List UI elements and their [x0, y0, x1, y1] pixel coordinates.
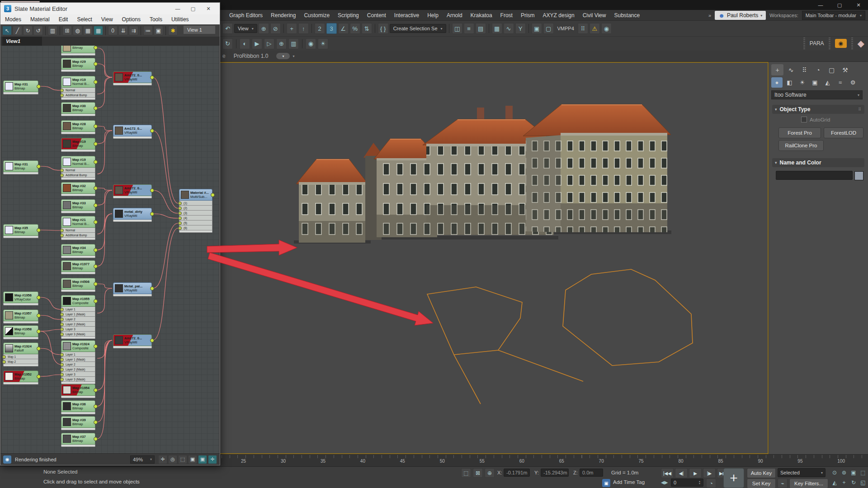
menu-item[interactable]: Prism — [517, 12, 539, 19]
slate-menu-item[interactable]: Material — [26, 16, 54, 23]
rotate-ccw-icon[interactable]: ↺▾ — [33, 26, 43, 35]
output-socket[interactable] — [94, 388, 98, 392]
input-socket[interactable] — [60, 378, 64, 381]
y-coordinate-field[interactable]: -15.2943m — [541, 469, 569, 477]
utilities-tab[interactable]: ⚒▾ — [839, 64, 851, 75]
input-socket[interactable] — [60, 313, 64, 316]
show-grid-icon[interactable]: ▦▾ — [83, 26, 93, 35]
perspective-viewport[interactable] — [219, 62, 769, 454]
material-node[interactable]: Map #35 Bitmap — [3, 224, 38, 238]
cube-icon[interactable]: ◆ — [858, 38, 864, 49]
output-socket[interactable] — [94, 203, 98, 207]
zoom-extents-icon[interactable]: ▣ — [849, 468, 858, 477]
material-node[interactable]: Map #30 Bitmap — [61, 102, 95, 116]
user-account-menu[interactable]: ☻ Paul Roberts ▾ — [715, 11, 766, 20]
input-socket[interactable] — [60, 174, 64, 177]
name-and-color-rollout[interactable]: ▾ Name and Color — [772, 158, 864, 167]
camera-sequencer-icon[interactable]: ⊕▾ — [276, 38, 287, 49]
node-slot[interactable]: Layer 2 — [61, 317, 95, 322]
select-and-link-icon[interactable]: ⊕▾ — [259, 23, 269, 34]
slate-close-button[interactable]: ✕ — [201, 4, 216, 14]
set-keys-button[interactable]: + — [723, 468, 744, 488]
pan-mode-icon[interactable]: ✛▾ — [208, 455, 217, 464]
input-socket[interactable] — [2, 355, 6, 359]
building-right[interactable] — [523, 104, 671, 232]
render-production-icon[interactable]: ◉▾ — [601, 23, 612, 34]
input-socket[interactable] — [60, 308, 64, 311]
slate-menu-item[interactable]: View — [97, 16, 118, 23]
material-node[interactable]: Bitmap — [61, 46, 95, 56]
slate-maximize-button[interactable]: ▢ — [185, 4, 201, 14]
z-coordinate-field[interactable]: 0.0m — [580, 469, 603, 477]
pick-material-icon[interactable]: ╱▾ — [13, 26, 22, 35]
align-icon[interactable]: ≡▾ — [464, 23, 474, 34]
input-socket[interactable] — [60, 333, 64, 336]
material-node[interactable]: Map #21 Normal B... Normal — [61, 216, 95, 240]
material-node[interactable]: Map #1977 Bitmap — [61, 260, 95, 274]
output-socket[interactable] — [94, 106, 98, 110]
render-elements-icon[interactable]: ▥▾ — [288, 38, 299, 49]
material-node[interactable]: Metal_pai... VRayMtl — [113, 282, 152, 296]
input-socket[interactable] — [178, 226, 182, 230]
output-socket[interactable] — [150, 338, 154, 343]
input-socket[interactable] — [60, 89, 64, 92]
node-slot[interactable]: Normal — [61, 88, 95, 93]
output-socket[interactable] — [150, 212, 154, 216]
render-map-icon[interactable]: ✱▾ — [168, 26, 178, 35]
layout-all-icon[interactable]: ⇊▾ — [118, 26, 128, 35]
maximize-viewport-icon[interactable]: ◱ — [859, 478, 868, 487]
select-move-icon[interactable]: +▾ — [287, 23, 297, 34]
input-socket[interactable] — [60, 318, 64, 321]
output-socket[interactable] — [37, 347, 41, 351]
output-socket[interactable] — [94, 142, 98, 146]
input-socket[interactable] — [60, 328, 64, 331]
material-node[interactable]: Map #19 Normal B... Normal — [61, 156, 95, 180]
object-color-swatch[interactable] — [854, 171, 863, 180]
menu-item[interactable]: Arnold — [443, 12, 467, 19]
ribbon-toggle-icon[interactable]: ▦▾ — [492, 23, 502, 34]
cameras-category[interactable]: ▣▾ — [809, 77, 821, 88]
key-filters-button[interactable]: Key Filters... — [789, 479, 828, 488]
node-slot[interactable]: Layer 1 (Mask) — [61, 357, 95, 362]
light-lister-icon[interactable]: ☀▾ — [318, 38, 328, 49]
geometry-category[interactable]: ●▾ — [771, 77, 783, 88]
building-small[interactable] — [296, 159, 368, 243]
menu-item[interactable]: Help — [423, 12, 443, 19]
output-socket[interactable] — [94, 160, 98, 164]
input-socket[interactable] — [60, 353, 64, 357]
zero-maps-icon[interactable]: 0▾ — [108, 26, 118, 35]
material-node[interactable]: Map #31 Bitmap — [3, 160, 38, 174]
play-icon[interactable]: ▶ — [689, 468, 702, 478]
output-socket[interactable] — [94, 220, 98, 224]
move-children-icon[interactable]: ⊞▾ — [62, 26, 72, 35]
menu-item[interactable]: Frost — [496, 12, 517, 19]
material-node[interactable]: Map #39 Bitmap — [61, 416, 95, 430]
teapot-render-icon[interactable]: ◉▾ — [306, 38, 316, 49]
schematic-view-icon[interactable]: Y▾ — [515, 23, 526, 34]
unlink-icon[interactable]: ⊘▾ — [270, 23, 281, 34]
zoom-region-icon[interactable]: ⬚ — [859, 468, 868, 477]
material-node[interactable]: Map #19 Normal B... Normal — [61, 76, 95, 100]
curve-editor-icon[interactable]: ∿▾ — [504, 23, 514, 34]
fov-icon[interactable]: ◭ — [830, 478, 839, 487]
atmosphere-icon[interactable]: ⠿▾ — [578, 23, 588, 34]
material-node[interactable]: metal_dirty VRayMtl — [113, 208, 152, 222]
view1-tab[interactable]: View1 — [2, 37, 42, 46]
window-close-button[interactable]: ✕ — [849, 0, 868, 10]
node-slot[interactable]: Additional Bump — [61, 93, 95, 98]
slate-menu-item[interactable]: Modes — [0, 16, 26, 23]
output-socket[interactable] — [94, 124, 98, 128]
material-node[interactable]: Map #1954 Bitmap — [61, 384, 95, 398]
material-slot[interactable]: (3) — [179, 211, 212, 216]
input-socket[interactable] — [60, 363, 64, 366]
workspace-dropdown[interactable]: Main Toolbar - modular ▾ — [802, 11, 865, 20]
input-socket[interactable] — [178, 202, 182, 205]
material-preview-icon[interactable]: ▣▾ — [154, 26, 163, 35]
object-name-input[interactable] — [776, 171, 853, 180]
isolate-view-icon[interactable]: ▷▾ — [264, 38, 274, 49]
material-slot[interactable]: (6) — [179, 225, 212, 230]
node-slot[interactable]: Additional Bump — [61, 173, 95, 178]
output-socket[interactable] — [37, 314, 41, 318]
material-node[interactable]: Map #1957 Bitmap — [3, 310, 38, 324]
input-socket[interactable] — [178, 211, 182, 215]
